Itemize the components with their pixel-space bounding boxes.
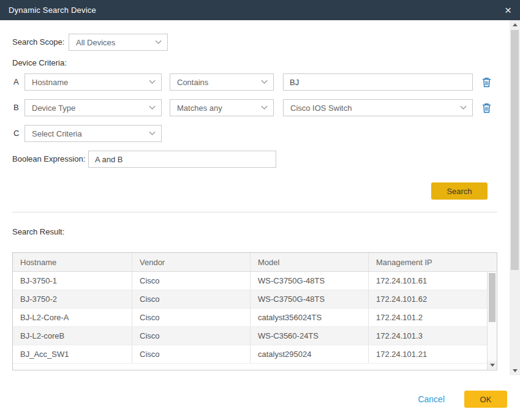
- trash-icon[interactable]: [481, 99, 492, 116]
- column-header-hostname[interactable]: Hostname: [13, 253, 132, 271]
- search-result-label: Search Result:: [12, 223, 64, 241]
- cell-management-ip: 172.24.101.21: [369, 345, 487, 363]
- trash-icon[interactable]: [481, 73, 492, 91]
- cell-management-ip: 172.24.101.3: [369, 327, 487, 345]
- chevron-down-icon: [156, 37, 162, 43]
- cell-vendor: Cisco: [132, 327, 251, 345]
- criteria-row-letter-c: C: [13, 125, 19, 142]
- dialog-title: Dynamic Search Device: [9, 6, 96, 15]
- cell-vendor: Cisco: [132, 345, 251, 363]
- cell-hostname: BJ-3750-2: [13, 290, 132, 308]
- dialog-content: Search Scope: All Devices Device Criteri…: [0, 20, 510, 420]
- chevron-down-icon: [461, 103, 467, 109]
- cancel-button[interactable]: Cancel: [418, 394, 445, 404]
- criteria-c-field-value: Select Criteria: [32, 129, 82, 138]
- chevron-down-icon: [262, 77, 268, 83]
- criteria-b-value-select[interactable]: Cisco IOS Switch: [283, 99, 473, 116]
- criteria-a-operator-value: Contains: [177, 78, 208, 87]
- column-header-model[interactable]: Model: [251, 253, 369, 271]
- section-divider: [12, 212, 497, 212]
- cell-model: WS-C3750G-48TS: [251, 272, 369, 290]
- criteria-a-field-select[interactable]: Hostname: [24, 73, 162, 91]
- cell-model: WS-C3750G-48TS: [251, 290, 369, 308]
- criteria-row-letter-b: B: [13, 99, 19, 116]
- cell-vendor: Cisco: [132, 272, 251, 290]
- table-scrollbar-thumb[interactable]: [489, 273, 496, 322]
- dialog-scrollbar-thumb[interactable]: [511, 30, 519, 270]
- criteria-a-value-input[interactable]: [283, 73, 473, 91]
- table-row[interactable]: BJ_Acc_SW1 Cisco catalyst295024 172.24.1…: [13, 345, 497, 364]
- dialog-scrollbar[interactable]: [510, 20, 520, 375]
- criteria-c-field-select[interactable]: Select Criteria: [24, 125, 162, 142]
- criteria-b-field-value: Device Type: [32, 103, 75, 113]
- criteria-a-operator-select[interactable]: Contains: [170, 73, 274, 91]
- close-icon[interactable]: ×: [505, 4, 511, 16]
- scroll-down-icon[interactable]: [488, 361, 497, 369]
- criteria-b-value: Cisco IOS Switch: [290, 103, 352, 113]
- cell-model: catalyst295024: [251, 345, 369, 363]
- device-criteria-label: Device Criteria:: [12, 54, 67, 72]
- scroll-down-icon[interactable]: [510, 366, 520, 375]
- cell-hostname: BJ_Acc_SW1: [13, 345, 132, 363]
- search-scope-label: Search Scope:: [12, 34, 64, 51]
- boolean-expression-label: Boolean Expression:: [12, 151, 85, 168]
- dialog-footer: Cancel OK: [418, 391, 507, 408]
- criteria-b-operator-select[interactable]: Matches any: [170, 99, 274, 116]
- chevron-down-icon: [149, 77, 156, 83]
- table-row[interactable]: BJ-3750-1 Cisco WS-C3750G-48TS 172.24.10…: [13, 272, 497, 290]
- criteria-a-field-value: Hostname: [32, 78, 68, 87]
- cell-hostname: BJ-3750-1: [13, 272, 132, 290]
- dialog-titlebar: Dynamic Search Device ×: [0, 0, 520, 20]
- cell-management-ip: 172.24.101.2: [369, 309, 487, 326]
- cell-model: WS-C3560-24TS: [251, 327, 369, 345]
- cell-model: catalyst356024TS: [251, 309, 369, 326]
- column-header-management-ip[interactable]: Management IP: [369, 253, 487, 271]
- dynamic-search-device-dialog: Dynamic Search Device × Search Scope: Al…: [0, 0, 520, 420]
- criteria-b-field-select[interactable]: Device Type: [24, 99, 162, 116]
- chevron-down-icon: [149, 103, 156, 109]
- column-header-vendor[interactable]: Vendor: [132, 253, 251, 271]
- search-button[interactable]: Search: [431, 182, 488, 200]
- search-scope-value: All Devices: [76, 38, 115, 47]
- cell-vendor: Cisco: [132, 290, 251, 308]
- ok-button[interactable]: OK: [464, 391, 507, 408]
- chevron-down-icon: [262, 103, 268, 109]
- cell-hostname: BJ-L2-coreB: [13, 327, 132, 345]
- table-row[interactable]: BJ-3750-2 Cisco WS-C3750G-48TS 172.24.10…: [13, 290, 497, 309]
- search-result-table: Hostname Vendor Model Management IP BJ-3…: [12, 252, 497, 370]
- cell-hostname: BJ-L2-Core-A: [13, 309, 132, 326]
- cell-management-ip: 172.24.101.62: [369, 290, 487, 308]
- scroll-up-icon[interactable]: [510, 20, 520, 29]
- criteria-b-operator-value: Matches any: [177, 103, 222, 113]
- boolean-expression-input[interactable]: [88, 151, 276, 168]
- table-row[interactable]: BJ-L2-Core-A Cisco catalyst356024TS 172.…: [13, 309, 497, 327]
- search-scope-select[interactable]: All Devices: [69, 34, 168, 51]
- chevron-down-icon: [149, 129, 156, 135]
- table-row[interactable]: BJ-L2-coreB Cisco WS-C3560-24TS 172.24.1…: [13, 327, 497, 345]
- table-scrollbar[interactable]: [487, 272, 497, 370]
- cell-management-ip: 172.24.101.61: [369, 272, 487, 290]
- cell-vendor: Cisco: [132, 309, 251, 326]
- table-header-row: Hostname Vendor Model Management IP: [13, 253, 497, 272]
- criteria-row-letter-a: A: [13, 73, 19, 91]
